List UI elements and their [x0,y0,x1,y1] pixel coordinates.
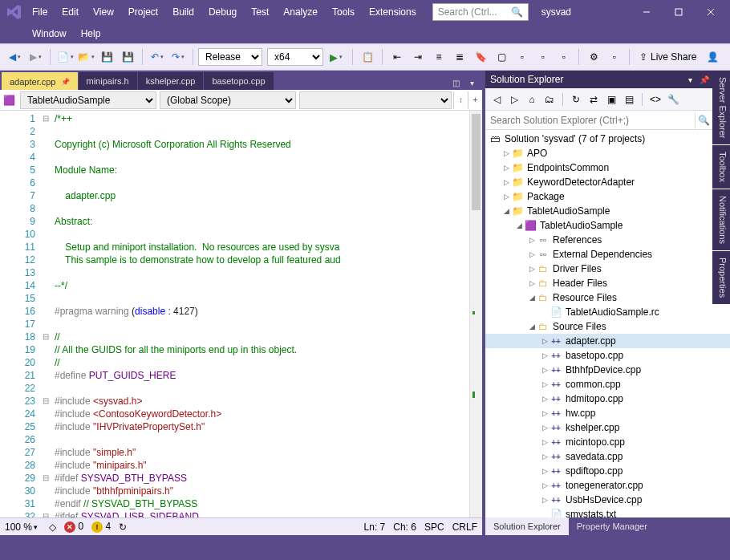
tree-item-smvstats-txt[interactable]: 📄smvstats.txt [485,507,730,517]
save-all-button[interactable]: 💾 [118,47,137,67]
line-indicator[interactable]: Ln: 7 [364,521,386,533]
platform-select[interactable]: x64 [267,48,323,66]
menu-help[interactable]: Help [75,25,107,43]
tab-preview-icon[interactable]: ◫ [448,75,463,90]
solution-search[interactable]: 🔍 ▾ [485,111,730,130]
tb-bookmark[interactable]: 🔖 [471,47,490,67]
zoom-control[interactable]: 100 % ▾ [5,521,38,533]
tree-item-resource-files[interactable]: ◢🗀Resource Files [485,290,730,305]
tree-item-spdiftopo-cpp[interactable]: ▷++spdiftopo.cpp [485,464,730,478]
column-indicator[interactable]: Ch: 6 [393,521,416,533]
solution-search-input[interactable] [485,112,695,129]
side-tab-server-explorer[interactable]: Server Explorer [712,71,730,144]
se-sync-button[interactable]: ⇄ [586,91,602,108]
panel-tab-property-manager[interactable]: Property Manager [569,517,655,535]
tb-btn-7[interactable]: ▫ [513,47,532,67]
tree-item-package[interactable]: ▷📁Package [485,189,730,204]
tree-item-basetopo-cpp[interactable]: ▷++basetopo.cpp [485,348,730,363]
menu-file[interactable]: File [26,3,54,21]
nav-member-select[interactable] [299,91,452,109]
configuration-select[interactable]: Release [198,48,262,66]
menu-window[interactable]: Window [26,25,73,43]
error-count[interactable]: ✕ 0 [64,521,83,533]
no-issues-icon[interactable]: ◇ [49,521,56,533]
tree-item-endpointscommon[interactable]: ▷📁EndpointsCommon [485,160,730,175]
panel-tab-solution-explorer[interactable]: Solution Explorer [485,517,569,535]
tab-minipairs-h[interactable]: minipairs.h [79,72,137,90]
se-forward-button[interactable]: ▷ [506,91,522,108]
tree-item-micintopo-cpp[interactable]: ▷++micintopo.cpp [485,435,730,449]
tb-btn-11[interactable]: ▫ [605,47,624,67]
open-button[interactable]: 📂▾ [76,47,95,67]
fold-column[interactable]: ⊟⊟⊟⊟⊟ [40,111,51,517]
expand-button[interactable]: + [468,91,482,109]
vertical-scrollbar[interactable] [469,111,482,517]
title-search-box[interactable]: Search (Ctrl... 🔍 [432,3,529,21]
menu-test[interactable]: Test [245,3,275,21]
redo-button[interactable]: ↷▾ [168,47,188,67]
close-button[interactable] [695,1,727,23]
menu-build[interactable]: Build [166,3,201,21]
tb-btn-9[interactable]: ▫ [554,47,574,67]
tab-basetopo-cpp[interactable]: basetopo.cpp [204,72,273,90]
solution-tree[interactable]: 🗃Solution 'sysvad' (7 of 7 projects)▷📁AP… [485,130,730,517]
tree-item-hw-cpp[interactable]: ▷++hw.cpp [485,406,730,420]
se-props-button[interactable]: 🔧 [665,91,681,108]
live-share-button[interactable]: ⇪ Live Share [635,51,701,63]
menu-debug[interactable]: Debug [202,3,243,21]
tree-item-kshelper-cpp[interactable]: ▷++kshelper.cpp [485,420,730,435]
tab-adapter-cpp[interactable]: adapter.cpp📌 [2,72,78,90]
tree-item-savedata-cpp[interactable]: ▷++savedata.cpp [485,449,730,464]
panel-dropdown-icon[interactable]: ▾ [683,73,696,86]
panel-pin-icon[interactable]: 📌 [698,73,711,86]
search-submit-icon[interactable]: 🔍 [695,112,712,129]
new-project-button[interactable]: 📄▾ [55,47,75,67]
se-code-button[interactable]: <> [647,91,663,108]
se-refresh-button[interactable]: ↻ [568,91,584,108]
nav-forward-button[interactable]: ▶▾ [26,47,45,67]
tree-item-keyworddetectoradapter[interactable]: ▷📁KeywordDetectorAdapter [485,175,730,189]
tree-item-adapter-cpp[interactable]: ▷++adapter.cpp [485,334,730,348]
tree-item-bthhfpdevice-cpp[interactable]: ▷++BthhfpDevice.cpp [485,363,730,377]
save-button[interactable]: 💾 [97,47,116,67]
side-tab-toolbox[interactable]: Toolbox [712,145,730,189]
solution-root[interactable]: 🗃Solution 'sysvad' (7 of 7 projects) [485,132,730,146]
menu-project[interactable]: Project [122,3,164,21]
nav-back-button[interactable]: ◀▾ [5,47,24,67]
menu-extensions[interactable]: Extensions [363,3,423,21]
indent-indicator[interactable]: SPC [424,521,444,533]
menu-tools[interactable]: Tools [326,3,361,21]
tree-item-references[interactable]: ▷▫▫References [485,233,730,247]
se-showall-button[interactable]: ▤ [621,91,637,108]
menu-view[interactable]: View [87,3,120,21]
tree-item-external-dependencies[interactable]: ▷▫▫External Dependencies [485,247,730,262]
pin-icon[interactable]: 📌 [61,78,70,86]
tb-indent-inc[interactable]: ⇥ [408,47,428,67]
tree-item-header-files[interactable]: ▷🗀Header Files [485,276,730,290]
minimize-button[interactable] [631,1,663,23]
tree-item-tabletaudiosample[interactable]: ◢📁TabletAudioSample [485,204,730,218]
warning-count[interactable]: ! 4 [91,521,111,533]
code-editor[interactable]: /*++Copyright (c) Microsoft Corporation … [51,111,469,517]
tb-btn-8[interactable]: ▫ [533,47,553,67]
menu-edit[interactable]: Edit [55,3,85,21]
se-home-button[interactable]: ⌂ [524,91,540,108]
side-tab-properties[interactable]: Properties [712,251,730,304]
eol-indicator[interactable]: CRLF [452,521,477,533]
side-tab-notifications[interactable]: Notifications [712,189,730,250]
tb-btn-6[interactable]: ▢ [492,47,511,67]
se-switch-view-button[interactable]: 🗂 [541,91,558,108]
tree-item-tonegenerator-cpp[interactable]: ▷++tonegenerator.cpp [485,478,730,493]
scrollbar-thumb[interactable] [472,114,481,210]
se-collapse-button[interactable]: ▣ [603,91,619,108]
maximize-button[interactable] [663,1,695,23]
feedback-button[interactable]: 👤 [703,47,722,67]
start-button[interactable]: ▶▾ [325,47,347,67]
tb-uncomment[interactable]: ≣ [450,47,469,67]
tree-item-usbhsdevice-cpp[interactable]: ▷++UsbHsDevice.cpp [485,493,730,507]
tree-item-tabletaudiosample[interactable]: ◢🟪TabletAudioSample [485,218,730,233]
tab-dropdown-icon[interactable]: ▾ [464,75,479,90]
menu-analyze[interactable]: Analyze [277,3,324,21]
tree-item-apo[interactable]: ▷📁APO [485,146,730,160]
tb-btn-10[interactable]: ⚙ [584,47,603,67]
